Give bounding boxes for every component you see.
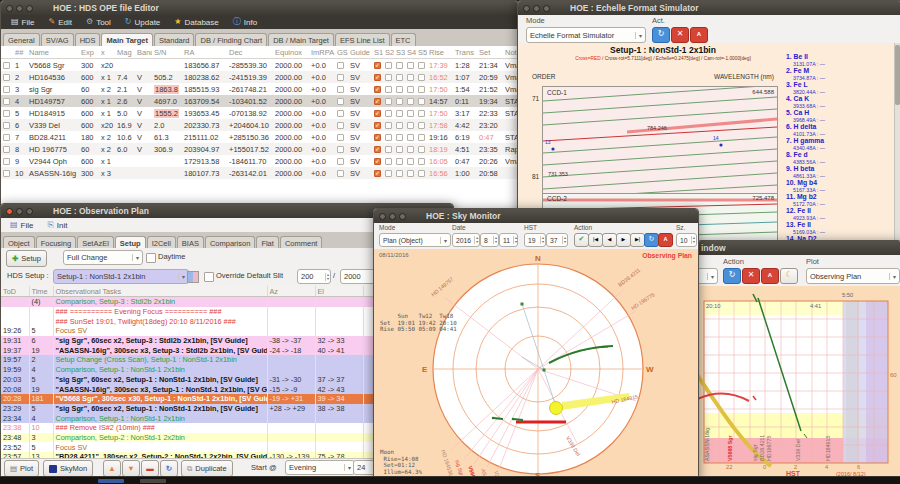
refresh-button[interactable]: ↻ <box>160 460 178 477</box>
column-header[interactable]: Exp <box>79 46 99 59</box>
window-buttons[interactable] <box>379 213 406 220</box>
table-row[interactable]: 3sig Sgr60x 22.1V1863.8185515.93-261748.… <box>1 83 518 95</box>
maximize-icon[interactable] <box>399 213 406 220</box>
tab-main-target[interactable]: Main Target <box>101 33 153 46</box>
checked-checkbox[interactable]: ✓ <box>374 170 381 177</box>
stop-button[interactable]: ✕ <box>742 268 760 284</box>
pdf-button[interactable]: A <box>658 233 673 247</box>
menu-file[interactable]: ▤File <box>5 220 38 231</box>
plan-row[interactable]: 19:316"sig Sgr", 60sec x2, Setup-3 : Std… <box>1 336 405 346</box>
checkbox[interactable] <box>3 158 10 165</box>
size-spinner[interactable]: 10▴▾ <box>676 233 697 247</box>
setup-color-swatch[interactable] <box>187 271 199 283</box>
plan-row[interactable]: 19:265Focus SV <box>1 326 405 336</box>
efs-line-item[interactable]: 1. Be II3131.07A : — <box>786 53 894 67</box>
checkbox[interactable] <box>418 62 425 69</box>
efs-line-item[interactable]: 5. Ca H3968.49A : — <box>786 109 894 123</box>
checkbox[interactable] <box>418 146 425 153</box>
refresh-button[interactable]: ↻ <box>644 233 659 247</box>
plan-row[interactable]: 23:3810### Remove IS#2 (10min) ### <box>1 423 405 433</box>
checkbox[interactable] <box>385 98 392 105</box>
table-row[interactable]: 9V2944 Oph600x 1172913.58-184611.702000.… <box>1 155 518 167</box>
slit-width-spinner[interactable]: 200▴▾ <box>297 269 331 284</box>
table-row[interactable]: 10ASASSN-16ig300x 3180107.73-263142.0120… <box>1 167 518 179</box>
column-header[interactable]: RA <box>182 46 227 59</box>
tab-etc[interactable]: ETC <box>391 33 416 46</box>
checkbox[interactable] <box>407 122 414 129</box>
checkbox[interactable] <box>385 122 392 129</box>
checkbox[interactable] <box>418 110 425 117</box>
tab-sv-ag[interactable]: SV/AG <box>41 33 74 46</box>
maximize-icon[interactable] <box>26 208 33 215</box>
menu-tool[interactable]: ⚙Tool <box>80 17 117 28</box>
tab-general[interactable]: General <box>3 33 40 46</box>
plan-row[interactable]: 20:0819"ASASSN-16ig", 300sec x3, Setup-1… <box>1 384 405 394</box>
checked-checkbox[interactable]: ✓ <box>374 146 381 153</box>
table-row[interactable]: 4HD149757600x 12.6V4697.0163709.54-10340… <box>1 95 518 107</box>
checkbox[interactable] <box>396 122 403 129</box>
checkbox[interactable] <box>385 110 392 117</box>
column-header[interactable]: Note <box>503 46 518 59</box>
table-row[interactable]: 6V339 Del600x2016.9V2.0202330.73+204604.… <box>1 119 518 131</box>
window-buttons[interactable] <box>6 5 33 12</box>
checkbox[interactable] <box>337 110 344 117</box>
efs-line-item[interactable]: 13. Fe II5169.03A : — <box>786 221 894 235</box>
sky-titlebar[interactable]: HOE : Sky Monitor <box>374 209 698 223</box>
maximize-icon[interactable] <box>26 5 33 12</box>
checkbox[interactable] <box>407 158 414 165</box>
checkbox[interactable] <box>418 134 425 141</box>
checkbox[interactable] <box>3 74 10 81</box>
table-row[interactable]: 2HD164536600x 17.4V505.2180238.62-241519… <box>1 71 518 83</box>
checkbox[interactable] <box>418 122 425 129</box>
taskbar[interactable] <box>0 476 900 484</box>
close-icon[interactable] <box>379 213 386 220</box>
checkbox[interactable] <box>337 134 344 141</box>
checkbox[interactable] <box>418 86 425 93</box>
table-row[interactable]: 5HD184915600x 15.0V1555.2193653.45-07013… <box>1 107 518 119</box>
sky-mode-dropdown[interactable]: Plan (Object)▾ <box>379 233 451 247</box>
checked-checkbox[interactable]: ✓ <box>374 122 381 129</box>
menu-init[interactable]: ⎘Init <box>42 220 72 231</box>
table-row[interactable]: 8HD 19677560x 26.0V306.9203904.97+155017… <box>1 143 518 155</box>
step-back-button[interactable]: ◀ <box>602 233 617 247</box>
checkbox[interactable] <box>3 146 10 153</box>
close-icon[interactable] <box>523 5 530 12</box>
full-change-dropdown[interactable]: Full Change▾ <box>63 250 143 265</box>
checked-checkbox[interactable]: ✓ <box>374 74 381 81</box>
table-row[interactable]: 7BD28.4211180x 210.6V61.3215111.02+28515… <box>1 131 518 143</box>
skip-start-button[interactable]: |◀ <box>588 233 603 247</box>
column-header[interactable]: Mag <box>115 46 135 59</box>
checkbox[interactable] <box>407 134 414 141</box>
minimize-icon[interactable] <box>533 5 540 12</box>
window-buttons[interactable] <box>523 5 550 12</box>
plot-button[interactable]: ▤Plot <box>4 460 39 477</box>
checkbox[interactable] <box>337 146 344 153</box>
column-header[interactable]: S/N <box>152 46 182 59</box>
checkbox[interactable] <box>407 146 414 153</box>
skymon-button[interactable]: SkyMon <box>43 460 93 477</box>
close-icon[interactable] <box>6 208 13 215</box>
checkbox[interactable] <box>337 170 344 177</box>
checkbox[interactable] <box>337 98 344 105</box>
checked-checkbox[interactable]: ✓ <box>374 86 381 93</box>
plan-row[interactable]: ### ========== Evening Focus ========== … <box>1 307 405 317</box>
checkbox[interactable] <box>396 170 403 177</box>
checked-checkbox[interactable]: ✓ <box>374 158 381 165</box>
checkbox[interactable] <box>3 86 10 93</box>
checked-checkbox[interactable]: ✓ <box>374 134 381 141</box>
column-header[interactable]: Set <box>477 46 503 59</box>
ope-titlebar[interactable]: HOE : HDS OPE file Editor <box>1 1 518 15</box>
column-header[interactable]: Time <box>29 286 53 297</box>
checkbox[interactable] <box>385 158 392 165</box>
checkbox[interactable] <box>407 170 414 177</box>
efs-line-item[interactable]: 7. H gamma4340.48A : — <box>786 137 894 151</box>
checkbox[interactable] <box>337 62 344 69</box>
column-header[interactable]: S1 <box>372 46 383 59</box>
column-header[interactable]: Trans <box>453 46 477 59</box>
checkbox[interactable] <box>396 62 403 69</box>
checkbox[interactable] <box>396 98 403 105</box>
column-header[interactable]: Band <box>135 46 152 59</box>
column-header[interactable]: Name <box>27 46 79 59</box>
column-header[interactable]: S3 <box>394 46 405 59</box>
plan-row[interactable]: 19:572Setup Change (Cross Scan), Setup-1… <box>1 355 405 365</box>
